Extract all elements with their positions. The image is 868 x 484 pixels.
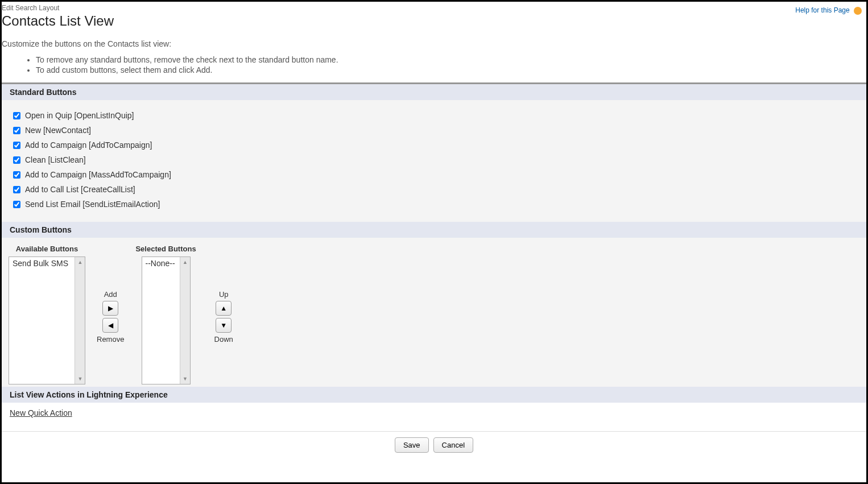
- selected-buttons-label: Selected Buttons: [135, 245, 196, 253]
- standard-button-row: Open in Quip [OpenListInQuip]: [13, 108, 855, 123]
- add-button[interactable]: ▶: [102, 301, 118, 316]
- scrollbar[interactable]: ▲ ▼: [180, 257, 190, 384]
- selected-buttons-list[interactable]: --None-- ▲ ▼: [142, 257, 191, 384]
- standard-button-label: Clean [ListClean]: [25, 155, 86, 164]
- arrow-up-icon: ▲: [220, 304, 227, 312]
- cancel-button[interactable]: Cancel: [433, 437, 473, 453]
- help-link-text: Help for this Page: [795, 6, 849, 14]
- standard-button-checkbox[interactable]: [13, 201, 20, 208]
- lightning-actions-header: List View Actions in Lightning Experienc…: [2, 387, 866, 403]
- standard-button-checkbox[interactable]: [13, 186, 20, 193]
- help-icon: [854, 7, 862, 15]
- page-title: Contacts List View: [2, 13, 866, 29]
- standard-button-label: Add to Campaign [AddToCampaign]: [25, 140, 152, 150]
- standard-button-checkbox[interactable]: [13, 142, 20, 149]
- add-label: Add: [104, 290, 117, 299]
- standard-buttons-header: Standard Buttons: [2, 84, 866, 100]
- scroll-down-icon[interactable]: ▼: [180, 374, 191, 384]
- list-item[interactable]: Send Bulk SMS: [11, 258, 72, 268]
- remove-button[interactable]: ◀: [102, 318, 118, 333]
- custom-buttons-header: Custom Buttons: [2, 222, 866, 238]
- help-link[interactable]: Help for this Page: [795, 6, 862, 15]
- down-button[interactable]: ▼: [216, 318, 232, 333]
- scroll-down-icon[interactable]: ▼: [75, 374, 85, 384]
- standard-button-row: Send List Email [SendListEmailAction]: [13, 197, 855, 212]
- up-label: Up: [219, 290, 229, 299]
- standard-button-row: Add to Campaign [MassAddToCampaign]: [13, 167, 855, 182]
- custom-buttons-body: Available Buttons Send Bulk SMS ▲ ▼ Add …: [2, 238, 866, 387]
- standard-button-label: Add to Call List [CreateCallList]: [25, 185, 135, 194]
- scroll-up-icon[interactable]: ▲: [75, 257, 85, 267]
- standard-button-label: Add to Campaign [MassAddToCampaign]: [25, 170, 171, 179]
- available-buttons-list[interactable]: Send Bulk SMS ▲ ▼: [9, 257, 85, 384]
- up-button[interactable]: ▲: [216, 301, 232, 316]
- standard-button-checkbox[interactable]: [13, 156, 20, 164]
- standard-button-checkbox[interactable]: [13, 112, 20, 119]
- new-quick-action-link[interactable]: New Quick Action: [10, 408, 72, 417]
- arrow-right-icon: ▶: [108, 304, 113, 312]
- standard-button-row: Add to Call List [CreateCallList]: [13, 182, 855, 197]
- intro-bullet: To remove any standard buttons, remove t…: [36, 55, 866, 64]
- intro-list: To remove any standard buttons, remove t…: [36, 55, 866, 75]
- scroll-up-icon[interactable]: ▲: [180, 257, 191, 267]
- standard-button-label: New [NewContact]: [25, 126, 91, 135]
- down-label: Down: [214, 335, 233, 344]
- standard-button-row: Clean [ListClean]: [13, 152, 855, 167]
- available-buttons-label: Available Buttons: [16, 245, 78, 253]
- arrow-down-icon: ▼: [220, 321, 227, 329]
- standard-button-label: Open in Quip [OpenListInQuip]: [25, 111, 134, 120]
- intro-bullet: To add custom buttons, select them and c…: [36, 65, 866, 75]
- standard-button-checkbox[interactable]: [13, 171, 20, 179]
- remove-label: Remove: [97, 335, 124, 344]
- arrow-left-icon: ◀: [108, 321, 113, 329]
- save-button[interactable]: Save: [395, 437, 429, 453]
- standard-button-label: Send List Email [SendListEmailAction]: [25, 200, 160, 209]
- standard-button-row: New [NewContact]: [13, 123, 855, 138]
- standard-button-checkbox[interactable]: [13, 127, 20, 134]
- standard-button-row: Add to Campaign [AddToCampaign]: [13, 138, 855, 152]
- standard-buttons-body: Open in Quip [OpenListInQuip]New [NewCon…: [2, 100, 866, 222]
- scrollbar[interactable]: ▲ ▼: [75, 257, 85, 384]
- list-item[interactable]: --None--: [144, 258, 177, 268]
- intro-text: Customize the buttons on the Contacts li…: [2, 39, 866, 48]
- breadcrumb: Edit Search Layout: [2, 4, 866, 12]
